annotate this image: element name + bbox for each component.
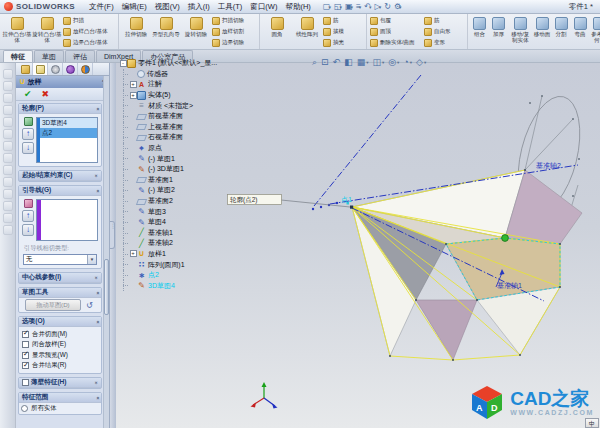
collapse-chevron-icon[interactable]: »: [93, 291, 99, 294]
expand-toggle-icon[interactable]: +: [130, 250, 137, 257]
hide-show-items-icon[interactable]: ◎ ▾: [388, 57, 399, 67]
zoom-fit-icon[interactable]: ⌕: [312, 57, 317, 67]
ribbon-button[interactable]: 筋: [423, 15, 465, 26]
feature-tree-item[interactable]: + 实体(5): [119, 90, 251, 101]
feature-tree-item[interactable]: (-) 草图1: [119, 153, 251, 164]
menu-item[interactable]: 帮助(H): [281, 0, 314, 13]
ok-button[interactable]: ✔: [24, 89, 32, 99]
ribbon-button[interactable]: 筋: [322, 15, 364, 26]
revolve-boss-button[interactable]: 旋转凸台/基体: [32, 15, 62, 48]
ribbon-button[interactable]: 边界凸台/基体: [62, 37, 116, 48]
dimxpertmanager-tab[interactable]: [63, 63, 78, 75]
undo-sketch-icon[interactable]: ↺: [86, 301, 93, 310]
splitter-grip[interactable]: ⋮: [110, 221, 115, 249]
scrollbar-thumb[interactable]: [104, 259, 109, 315]
feature-tree-item[interactable]: 传感器: [119, 69, 251, 80]
feature-tree-item[interactable]: 3D草图4: [119, 280, 251, 291]
drag-sketch-button[interactable]: 拖动草图(D): [25, 299, 81, 311]
toolbar-icon[interactable]: [3, 225, 13, 235]
expand-toggle-icon[interactable]: -: [120, 60, 127, 67]
ribbon-button[interactable]: 加厚: [489, 15, 508, 48]
feature-tree-item[interactable]: (-) 3D草图1: [119, 164, 251, 175]
thin-feature-checkbox[interactable]: [22, 379, 29, 386]
feature-tree-item[interactable]: 草图3: [119, 206, 251, 217]
rebuild-icon[interactable]: ↻: [384, 2, 391, 12]
extrude-boss-button[interactable]: 拉伸凸台/基体: [2, 15, 32, 48]
feature-tree-item[interactable]: 基准面2: [119, 196, 251, 207]
toolbar-icon[interactable]: [3, 177, 13, 187]
feature-tree-item[interactable]: 原点: [119, 143, 251, 154]
revolve-cut-button[interactable]: 旋转切除: [181, 15, 211, 48]
feature-tree-item[interactable]: + 注解: [119, 79, 251, 90]
feature-tree-item[interactable]: (-) 草图2: [119, 185, 251, 196]
feature-tree-item[interactable]: 右视基准面: [119, 132, 251, 143]
toolbar-icon[interactable]: [3, 93, 13, 103]
options-icon[interactable]: ⚙ ▾: [394, 2, 402, 12]
ribbon-tab[interactable]: 草图: [34, 50, 64, 62]
guide-tangency-dropdown[interactable]: 无 ▼: [23, 254, 97, 265]
loft-preview-faces[interactable]: [352, 170, 582, 360]
feature-tree-item[interactable]: + 放样1: [119, 249, 251, 260]
ribbon-button[interactable]: 组合: [470, 15, 489, 48]
feature-tree-item[interactable]: 基准轴2: [119, 238, 251, 249]
toolbar-icon[interactable]: [3, 81, 13, 91]
zoom-area-icon[interactable]: ⊡: [321, 57, 329, 67]
guide-up-button[interactable]: ↑: [22, 210, 34, 222]
feature-tree-item[interactable]: 前视基准面: [119, 111, 251, 122]
select-icon[interactable]: ▷ ▾: [375, 2, 382, 12]
ribbon-button[interactable]: 包覆: [369, 15, 423, 26]
toolbar-icon[interactable]: [3, 69, 13, 79]
ribbon-button[interactable]: 变形: [423, 37, 465, 48]
guide-curves-list[interactable]: [36, 199, 98, 241]
apex-vertex[interactable]: [350, 206, 353, 209]
feature-tree-item[interactable]: 上视基准面: [119, 122, 251, 133]
collapse-chevron-icon[interactable]: »: [93, 107, 99, 110]
toolbar-icon[interactable]: [3, 129, 13, 139]
ribbon-button[interactable]: 移动/复制实体: [508, 15, 533, 48]
menu-item[interactable]: 插入(I): [184, 0, 214, 13]
ribbon-button[interactable]: 拔模: [322, 26, 364, 37]
ribbon-tab[interactable]: 评估: [65, 50, 95, 62]
extrude-cut-button[interactable]: 拉伸切除: [121, 15, 151, 48]
checkbox[interactable]: ✓: [22, 362, 29, 369]
checkbox[interactable]: ✓: [22, 331, 29, 338]
ribbon-button[interactable]: 放样切割: [211, 26, 257, 37]
panel-scrollbar[interactable]: [103, 76, 109, 428]
propertymanager-tab[interactable]: [33, 63, 48, 75]
toolbar-icon[interactable]: [3, 165, 13, 175]
expand-toggle-icon[interactable]: +: [130, 92, 137, 99]
hole-wizard-button[interactable]: 异型孔向导: [151, 15, 181, 48]
displaymanager-tab[interactable]: [78, 63, 93, 75]
graphics-viewport[interactable]: 轮廓(点2) 点1 基准轴2 基准轴1 ⌕: [116, 63, 600, 428]
previous-view-icon[interactable]: ↶: [333, 57, 341, 67]
profiles-list[interactable]: 3D草图4点2: [36, 117, 98, 163]
checkbox[interactable]: ✓: [22, 352, 29, 359]
loft-connector-point[interactable]: [502, 235, 509, 242]
view-orientation-icon[interactable]: ▦ ▾: [357, 57, 369, 67]
menu-item[interactable]: 文件(F): [85, 0, 118, 13]
menu-item[interactable]: 视图(V): [151, 0, 184, 13]
expand-chevron-icon[interactable]: »: [93, 381, 99, 384]
toolbar-icon[interactable]: [3, 117, 13, 127]
all-bodies-radio[interactable]: [21, 405, 28, 412]
construction-line[interactable]: [314, 75, 421, 206]
toolbar-icon[interactable]: [3, 141, 13, 151]
ribbon-button[interactable]: 自由形: [423, 26, 465, 37]
apply-scene-icon[interactable]: ◇ ▾: [416, 57, 426, 67]
cancel-button[interactable]: ✖: [42, 89, 50, 99]
feature-tree-item[interactable]: 草图4: [119, 217, 251, 228]
configurationmanager-tab[interactable]: [48, 63, 63, 75]
ribbon-button[interactable]: 边界切除: [211, 37, 257, 48]
ribbon-button[interactable]: 移动面: [533, 15, 552, 48]
collapse-chevron-icon[interactable]: »: [93, 320, 99, 323]
expand-chevron-icon[interactable]: »: [93, 276, 99, 279]
feature-tree-item[interactable]: 基准轴1: [119, 228, 251, 239]
move-down-button[interactable]: ↓: [22, 142, 34, 154]
feature-tree-item[interactable]: - 零件1 (默认<<默认>_显...: [119, 58, 251, 69]
move-up-button[interactable]: ↑: [22, 128, 34, 140]
menu-item[interactable]: 工具(T): [214, 0, 247, 13]
expand-toggle-icon[interactable]: +: [130, 81, 137, 88]
menu-item[interactable]: 窗口(W): [246, 0, 281, 13]
ribbon-button[interactable]: 弯曲: [571, 15, 590, 48]
edit-appearance-icon[interactable]: ◔ ▾: [403, 57, 412, 67]
